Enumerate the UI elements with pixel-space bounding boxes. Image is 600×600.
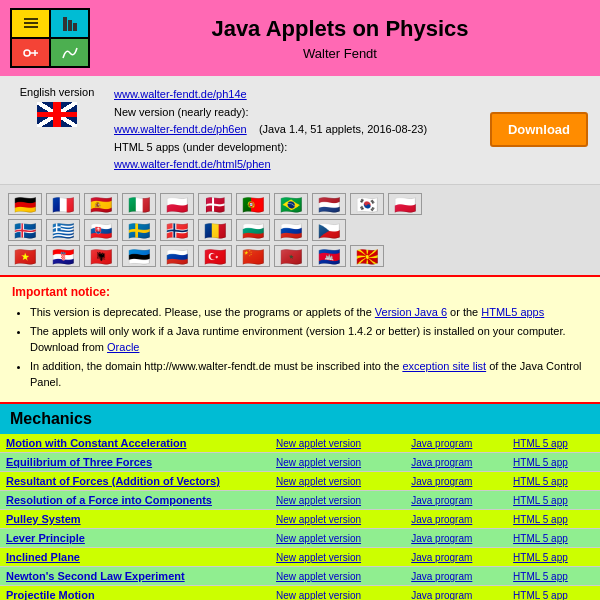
html5-app-link[interactable]: HTML 5 app: [513, 571, 568, 582]
java-program-link[interactable]: Java program: [411, 533, 472, 544]
country-flag[interactable]: 🇹🇷: [198, 245, 232, 267]
new-applet-link[interactable]: New applet version: [276, 514, 361, 525]
html5-app-link[interactable]: HTML 5 app: [513, 590, 568, 600]
applet-name-cell: Equilibrium of Three Forces: [0, 452, 270, 471]
main-link[interactable]: www.walter-fendt.de/ph14e: [114, 88, 247, 100]
new-applet-link[interactable]: New applet version: [276, 495, 361, 506]
java-program-link[interactable]: Java program: [411, 476, 472, 487]
html5-app-cell: HTML 5 app: [507, 585, 600, 600]
country-flag[interactable]: 🇷🇺: [160, 245, 194, 267]
country-flag[interactable]: 🇨🇿: [312, 219, 346, 241]
applet-name-link[interactable]: Newton's Second Law Experiment: [6, 570, 185, 582]
java-program-cell: Java program: [405, 434, 507, 453]
applet-name-link[interactable]: Pulley System: [6, 513, 81, 525]
html5-apps-link[interactable]: HTML5 apps: [481, 306, 544, 318]
version-info: www.walter-fendt.de/ph14e New version (n…: [114, 86, 478, 174]
mechanics-title: Mechanics: [10, 410, 92, 427]
new-applet-cell: New applet version: [270, 434, 405, 453]
applet-name-cell: Motion with Constant Acceleration: [0, 434, 270, 453]
ph6en-link[interactable]: www.walter-fendt.de/ph6en: [114, 123, 247, 135]
country-flag[interactable]: 🇵🇱: [160, 193, 194, 215]
country-flag[interactable]: 🇻🇳: [8, 245, 42, 267]
java-program-link[interactable]: Java program: [411, 552, 472, 563]
java-program-link[interactable]: Java program: [411, 457, 472, 468]
html5-app-cell: HTML 5 app: [507, 434, 600, 453]
country-flag[interactable]: 🇮🇹: [122, 193, 156, 215]
country-flag[interactable]: 🇰🇭: [312, 245, 346, 267]
applet-name-link[interactable]: Resultant of Forces (Addition of Vectors…: [6, 475, 220, 487]
country-flag[interactable]: 🇩🇰: [198, 193, 232, 215]
country-flag[interactable]: 🇦🇱: [84, 245, 118, 267]
author-name: Walter Fendt: [90, 46, 590, 61]
html5-app-link[interactable]: HTML 5 app: [513, 552, 568, 563]
download-button[interactable]: Download: [490, 112, 588, 147]
country-flag[interactable]: 🇰🇷: [350, 193, 384, 215]
flags-row-3: 🇻🇳🇭🇷🇦🇱🇪🇪🇷🇺🇹🇷🇨🇳🇲🇦🇰🇭🇲🇰: [8, 245, 592, 267]
exception-site-link[interactable]: exception site list: [402, 360, 486, 372]
country-flag[interactable]: 🇪🇪: [122, 245, 156, 267]
version-java6-link[interactable]: Version Java 6: [375, 306, 447, 318]
html5-app-link[interactable]: HTML 5 app: [513, 438, 568, 449]
applet-name-cell: Projectile Motion: [0, 585, 270, 600]
applet-name-link[interactable]: Equilibrium of Three Forces: [6, 456, 152, 468]
country-flag[interactable]: 🇩🇪: [8, 193, 42, 215]
html5-app-link[interactable]: HTML 5 app: [513, 457, 568, 468]
html5-app-link[interactable]: HTML 5 app: [513, 476, 568, 487]
java-program-link[interactable]: Java program: [411, 438, 472, 449]
html5-app-link[interactable]: HTML 5 app: [513, 495, 568, 506]
country-flag[interactable]: 🇷🇴: [198, 219, 232, 241]
new-applet-link[interactable]: New applet version: [276, 438, 361, 449]
country-flag[interactable]: 🇸🇪: [122, 219, 156, 241]
country-flag[interactable]: 🇫🇷: [46, 193, 80, 215]
country-flag[interactable]: 🇬🇷: [46, 219, 80, 241]
applet-name-link[interactable]: Lever Principle: [6, 532, 85, 544]
table-row: Pulley SystemNew applet versionJava prog…: [0, 509, 600, 528]
html5-app-link[interactable]: HTML 5 app: [513, 514, 568, 525]
applet-name-link[interactable]: Projectile Motion: [6, 589, 95, 600]
java-program-link[interactable]: Java program: [411, 514, 472, 525]
new-applet-link[interactable]: New applet version: [276, 571, 361, 582]
table-row: Lever PrincipleNew applet versionJava pr…: [0, 528, 600, 547]
country-flag[interactable]: 🇮🇸: [8, 219, 42, 241]
country-flag[interactable]: 🇵🇹: [236, 193, 270, 215]
applet-name-link[interactable]: Inclined Plane: [6, 551, 80, 563]
java-program-cell: Java program: [405, 452, 507, 471]
country-flag[interactable]: 🇸🇰: [84, 219, 118, 241]
applet-name-link[interactable]: Motion with Constant Acceleration: [6, 437, 187, 449]
notice-item-1: This version is deprecated. Please, use …: [30, 305, 588, 320]
language-label: English version: [20, 86, 95, 98]
new-applet-link[interactable]: New applet version: [276, 590, 361, 600]
applet-name-link[interactable]: Resolution of a Force into Components: [6, 494, 212, 506]
country-flag[interactable]: 🇧🇷: [274, 193, 308, 215]
applet-name-cell: Pulley System: [0, 509, 270, 528]
java-program-link[interactable]: Java program: [411, 571, 472, 582]
new-applet-link[interactable]: New applet version: [276, 457, 361, 468]
mechanics-section-header: Mechanics: [0, 404, 600, 434]
country-flag[interactable]: 🇵🇱: [388, 193, 422, 215]
country-flag[interactable]: 🇲🇰: [350, 245, 384, 267]
html5-link[interactable]: www.walter-fendt.de/html5/phen: [114, 158, 271, 170]
country-flag[interactable]: 🇪🇸: [84, 193, 118, 215]
new-applet-link[interactable]: New applet version: [276, 533, 361, 544]
html5-app-cell: HTML 5 app: [507, 509, 600, 528]
applet-name-cell: Newton's Second Law Experiment: [0, 566, 270, 585]
svg-point-6: [24, 50, 30, 56]
java-program-link[interactable]: Java program: [411, 495, 472, 506]
java-program-cell: Java program: [405, 509, 507, 528]
country-flag[interactable]: 🇳🇴: [160, 219, 194, 241]
flags-row-2: 🇮🇸🇬🇷🇸🇰🇸🇪🇳🇴🇷🇴🇧🇬🇷🇺🇨🇿: [8, 219, 592, 241]
table-row: Equilibrium of Three ForcesNew applet ve…: [0, 452, 600, 471]
new-applet-link[interactable]: New applet version: [276, 476, 361, 487]
country-flag[interactable]: 🇨🇳: [236, 245, 270, 267]
new-applet-link[interactable]: New applet version: [276, 552, 361, 563]
oracle-link[interactable]: Oracle: [107, 341, 139, 353]
html5-app-link[interactable]: HTML 5 app: [513, 533, 568, 544]
country-flag[interactable]: 🇳🇱: [312, 193, 346, 215]
country-flag[interactable]: 🇲🇦: [274, 245, 308, 267]
country-flag[interactable]: 🇧🇬: [236, 219, 270, 241]
java-program-link[interactable]: Java program: [411, 590, 472, 600]
country-flag[interactable]: 🇷🇺: [274, 219, 308, 241]
country-flag[interactable]: 🇭🇷: [46, 245, 80, 267]
new-applet-cell: New applet version: [270, 528, 405, 547]
new-applet-cell: New applet version: [270, 566, 405, 585]
